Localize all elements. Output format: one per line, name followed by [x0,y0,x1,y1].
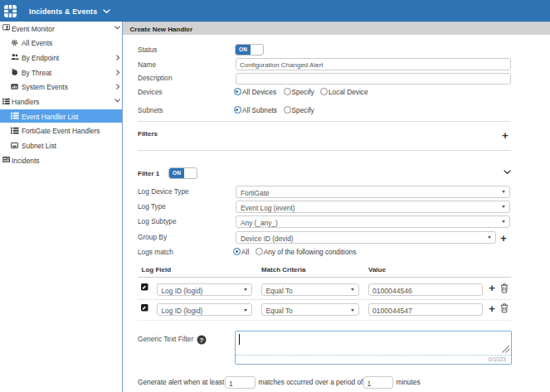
svg-text:?: ? [200,336,204,343]
